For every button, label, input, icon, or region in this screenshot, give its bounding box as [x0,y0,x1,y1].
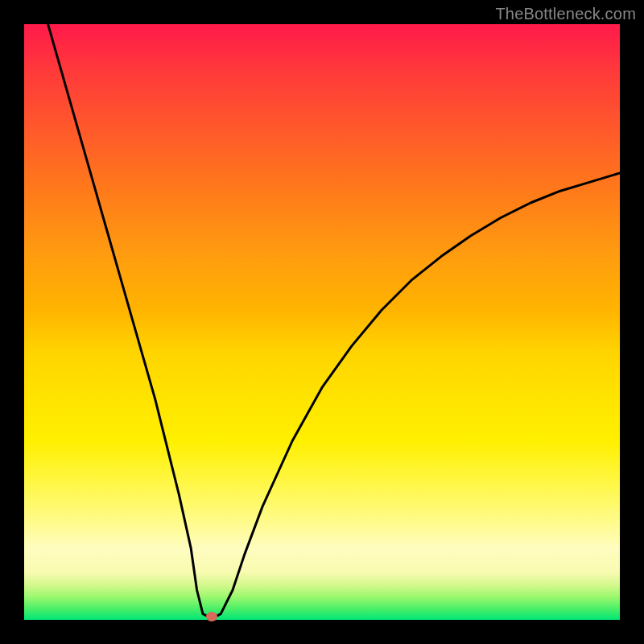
optimal-point-marker [206,612,217,621]
bottleneck-curve [48,24,620,617]
curve-svg [24,24,620,620]
plot-area [24,24,620,620]
chart-container: TheBottleneck.com [0,0,644,644]
watermark-text: TheBottleneck.com [495,5,636,23]
